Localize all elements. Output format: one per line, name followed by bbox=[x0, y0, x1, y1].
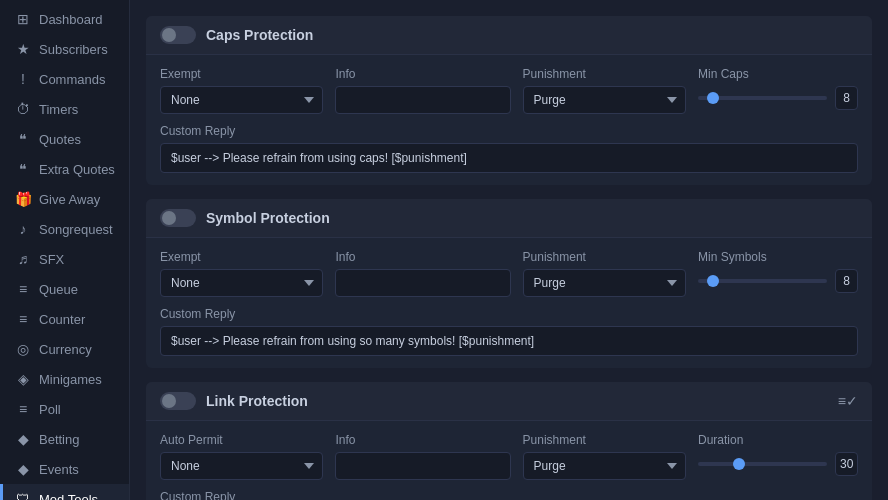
symbol-protection-slider-group: 8 bbox=[698, 269, 858, 293]
sidebar-label-queue: Queue bbox=[39, 282, 78, 297]
sidebar-label-give-away: Give Away bbox=[39, 192, 100, 207]
sidebar-icon-queue: ≡ bbox=[15, 281, 31, 297]
link-protection-punishment-select[interactable]: PurgeTimeoutBan bbox=[523, 452, 686, 480]
caps-protection-exempt-group: Exempt NoneSubscribersModeratorsVIPs bbox=[160, 67, 323, 114]
link-protection-exempt-group: Auto Permit NoneSubscribersModeratorsVIP… bbox=[160, 433, 323, 480]
sidebar-label-songrequest: Songrequest bbox=[39, 222, 113, 237]
caps-protection-slider-group: 8 bbox=[698, 86, 858, 110]
sidebar-item-sfx[interactable]: ♬ SFX bbox=[0, 244, 129, 274]
sidebar-icon-currency: ◎ bbox=[15, 341, 31, 357]
sidebar-label-dashboard: Dashboard bbox=[39, 12, 103, 27]
symbol-protection-info-label: Info bbox=[335, 250, 510, 264]
caps-protection-punishment-select[interactable]: PurgeTimeoutBan bbox=[523, 86, 686, 114]
caps-protection-exempt-label: Exempt bbox=[160, 67, 323, 81]
sidebar-icon-extra-quotes: ❝ bbox=[15, 161, 31, 177]
symbol-protection-section: Symbol Protection Exempt NoneSubscribers… bbox=[146, 199, 872, 368]
sidebar-label-minigames: Minigames bbox=[39, 372, 102, 387]
sidebar-item-timers[interactable]: ⏱ Timers bbox=[0, 94, 129, 124]
sidebar-icon-quotes: ❝ bbox=[15, 131, 31, 147]
symbol-protection-min-value: 8 bbox=[835, 269, 858, 293]
sidebar-item-dashboard[interactable]: ⊞ Dashboard bbox=[0, 4, 129, 34]
sidebar-label-events: Events bbox=[39, 462, 79, 477]
sidebar-label-commands: Commands bbox=[39, 72, 105, 87]
sidebar-item-currency[interactable]: ◎ Currency bbox=[0, 334, 129, 364]
symbol-protection-exempt-select[interactable]: NoneSubscribersModeratorsVIPs bbox=[160, 269, 323, 297]
link-protection-section: Link Protection ≡✓ Auto Permit NoneSubsc… bbox=[146, 382, 872, 500]
symbol-protection-info-input[interactable] bbox=[335, 269, 510, 297]
link-protection-slider[interactable] bbox=[698, 462, 827, 466]
sidebar-label-sfx: SFX bbox=[39, 252, 64, 267]
caps-protection-title: Caps Protection bbox=[206, 27, 313, 43]
sidebar-icon-timers: ⏱ bbox=[15, 101, 31, 117]
sidebar-icon-commands: ! bbox=[15, 71, 31, 87]
link-protection-toggle[interactable] bbox=[160, 392, 196, 410]
caps-protection-custom-reply-input[interactable] bbox=[160, 143, 858, 173]
link-protection-settings-icon[interactable]: ≡✓ bbox=[838, 393, 858, 409]
sidebar-item-give-away[interactable]: 🎁 Give Away bbox=[0, 184, 129, 214]
caps-protection-punishment-group: Punishment PurgeTimeoutBan bbox=[523, 67, 686, 114]
link-protection-min-label: Duration bbox=[698, 433, 858, 447]
sidebar-label-subscribers: Subscribers bbox=[39, 42, 108, 57]
sidebar-item-extra-quotes[interactable]: ❝ Extra Quotes bbox=[0, 154, 129, 184]
sidebar-item-subscribers[interactable]: ★ Subscribers bbox=[0, 34, 129, 64]
link-protection-custom-reply-row: Custom Reply bbox=[160, 490, 858, 500]
sidebar-icon-give-away: 🎁 bbox=[15, 191, 31, 207]
sidebar-icon-dashboard: ⊞ bbox=[15, 11, 31, 27]
sidebar-icon-songrequest: ♪ bbox=[15, 221, 31, 237]
sidebar-item-commands[interactable]: ! Commands bbox=[0, 64, 129, 94]
sidebar-item-betting[interactable]: ◆ Betting bbox=[0, 424, 129, 454]
sidebar-label-quotes: Quotes bbox=[39, 132, 81, 147]
sidebar-item-minigames[interactable]: ◈ Minigames bbox=[0, 364, 129, 394]
symbol-protection-info-group: Info bbox=[335, 250, 510, 297]
caps-protection-min-value: 8 bbox=[835, 86, 858, 110]
link-protection-info-label: Info bbox=[335, 433, 510, 447]
symbol-protection-punishment-label: Punishment bbox=[523, 250, 686, 264]
caps-protection-section: Caps Protection Exempt NoneSubscribersMo… bbox=[146, 16, 872, 185]
symbol-protection-exempt-label: Exempt bbox=[160, 250, 323, 264]
sidebar-icon-minigames: ◈ bbox=[15, 371, 31, 387]
caps-protection-info-group: Info bbox=[335, 67, 510, 114]
link-protection-slider-group: 30 bbox=[698, 452, 858, 476]
caps-protection-slider[interactable] bbox=[698, 96, 827, 100]
sidebar-icon-events: ◆ bbox=[15, 461, 31, 477]
caps-protection-punishment-label: Punishment bbox=[523, 67, 686, 81]
link-protection-title: Link Protection bbox=[206, 393, 308, 409]
sidebar-label-currency: Currency bbox=[39, 342, 92, 357]
link-protection-info-input[interactable] bbox=[335, 452, 510, 480]
symbol-protection-punishment-select[interactable]: PurgeTimeoutBan bbox=[523, 269, 686, 297]
caps-protection-custom-reply-row: Custom Reply bbox=[160, 124, 858, 173]
sidebar-item-poll[interactable]: ≡ Poll bbox=[0, 394, 129, 424]
sidebar-label-extra-quotes: Extra Quotes bbox=[39, 162, 115, 177]
sidebar-item-songrequest[interactable]: ♪ Songrequest bbox=[0, 214, 129, 244]
link-protection-min-group: Duration 30 bbox=[698, 433, 858, 476]
symbol-protection-title: Symbol Protection bbox=[206, 210, 330, 226]
sidebar-item-mod-tools[interactable]: 🛡 Mod Tools bbox=[0, 484, 129, 500]
symbol-protection-custom-reply-label: Custom Reply bbox=[160, 307, 858, 321]
link-protection-punishment-group: Punishment PurgeTimeoutBan bbox=[523, 433, 686, 480]
sidebar-item-counter[interactable]: ≡ Counter bbox=[0, 304, 129, 334]
link-protection-info-group: Info bbox=[335, 433, 510, 480]
symbol-protection-exempt-group: Exempt NoneSubscribersModeratorsVIPs bbox=[160, 250, 323, 297]
link-protection-custom-reply-label: Custom Reply bbox=[160, 490, 858, 500]
sidebar-item-quotes[interactable]: ❝ Quotes bbox=[0, 124, 129, 154]
caps-protection-custom-reply-label: Custom Reply bbox=[160, 124, 858, 138]
sidebar-item-queue[interactable]: ≡ Queue bbox=[0, 274, 129, 304]
caps-protection-min-group: Min Caps 8 bbox=[698, 67, 858, 110]
sidebar-icon-sfx: ♬ bbox=[15, 251, 31, 267]
caps-protection-toggle[interactable] bbox=[160, 26, 196, 44]
symbol-protection-slider[interactable] bbox=[698, 279, 827, 283]
link-protection-punishment-label: Punishment bbox=[523, 433, 686, 447]
link-protection-exempt-select[interactable]: NoneSubscribersModeratorsVIPs bbox=[160, 452, 323, 480]
sidebar-icon-poll: ≡ bbox=[15, 401, 31, 417]
symbol-protection-min-group: Min Symbols 8 bbox=[698, 250, 858, 293]
symbol-protection-custom-reply-row: Custom Reply bbox=[160, 307, 858, 356]
caps-protection-info-input[interactable] bbox=[335, 86, 510, 114]
symbol-protection-toggle[interactable] bbox=[160, 209, 196, 227]
sidebar-item-events[interactable]: ◆ Events bbox=[0, 454, 129, 484]
main-content: Caps Protection Exempt NoneSubscribersMo… bbox=[130, 0, 888, 500]
link-protection-min-value: 30 bbox=[835, 452, 858, 476]
link-protection-header: Link Protection ≡✓ bbox=[146, 382, 872, 421]
symbol-protection-custom-reply-input[interactable] bbox=[160, 326, 858, 356]
symbol-protection-min-label: Min Symbols bbox=[698, 250, 858, 264]
caps-protection-exempt-select[interactable]: NoneSubscribersModeratorsVIPs bbox=[160, 86, 323, 114]
